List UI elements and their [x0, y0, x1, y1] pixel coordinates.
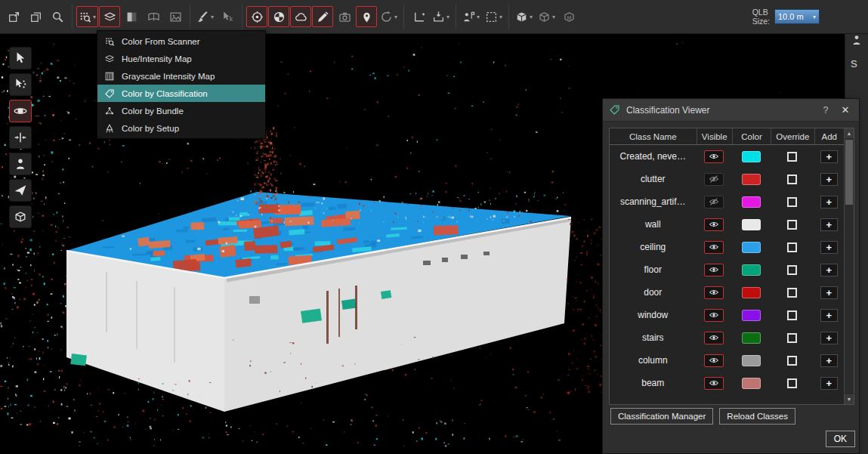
toolbar-group: ▾	[408, 6, 452, 27]
class-color-swatch[interactable]	[742, 332, 761, 344]
close-icon[interactable]: ✕	[838, 104, 853, 116]
visibility-toggle[interactable]	[704, 150, 724, 163]
export-view-button[interactable]	[3, 6, 24, 27]
override-checkbox[interactable]	[787, 220, 797, 230]
hue-intensity-map-button[interactable]	[99, 6, 120, 27]
menu-item-color-from-scanner[interactable]: Color From Scanner	[97, 32, 265, 50]
visibility-toggle[interactable]	[704, 377, 724, 390]
class-color-swatch[interactable]	[742, 151, 761, 162]
help-button[interactable]: ?	[820, 105, 832, 116]
add-class-button[interactable]: +	[820, 241, 838, 254]
class-color-swatch[interactable]	[742, 174, 761, 185]
class-color-swatch[interactable]	[742, 196, 761, 208]
solid-view-button[interactable]: ▾	[513, 6, 535, 27]
override-checkbox[interactable]	[787, 288, 797, 298]
visibility-toggle[interactable]	[704, 286, 724, 299]
grayscale-intensity-map-button[interactable]	[121, 6, 142, 27]
add-class-button[interactable]: +	[820, 309, 838, 322]
menu-item-color-by-bundle[interactable]: Color by Bundle	[97, 102, 265, 119]
add-coordinate-system-button[interactable]	[408, 6, 429, 27]
drop-box-button[interactable]: ▾	[430, 6, 452, 27]
select-button[interactable]	[9, 47, 32, 69]
class-color-swatch[interactable]	[742, 310, 761, 321]
override-checkbox[interactable]	[787, 378, 797, 388]
add-class-button[interactable]: +	[820, 218, 838, 231]
ok-button[interactable]: OK	[826, 431, 855, 447]
location-pin-button[interactable]	[356, 6, 377, 27]
orbit-button[interactable]	[9, 100, 32, 122]
class-name: wall	[610, 219, 697, 230]
override-checkbox[interactable]	[787, 356, 797, 366]
selection-area-button[interactable]: ▾	[483, 6, 505, 27]
visibility-toggle[interactable]	[704, 354, 724, 367]
pan-center-button[interactable]	[9, 126, 32, 149]
visibility-toggle[interactable]	[704, 196, 724, 208]
class-color-swatch[interactable]	[742, 242, 761, 253]
add-class-button[interactable]: +	[820, 150, 838, 163]
fly-mode-button[interactable]	[9, 179, 32, 202]
rotate-view-button[interactable]: ▾	[378, 6, 400, 27]
panel-titlebar[interactable]: Classification Viewer ? ✕	[603, 99, 859, 122]
add-class-button[interactable]: +	[820, 264, 838, 276]
visibility-toggle[interactable]	[704, 241, 724, 254]
override-checkbox[interactable]	[787, 265, 797, 275]
camera-button[interactable]	[334, 6, 355, 27]
box-view-button[interactable]	[9, 205, 32, 228]
image-view-button[interactable]	[165, 6, 186, 27]
layers-icon	[103, 11, 116, 23]
class-color-swatch[interactable]	[742, 355, 761, 366]
qlb-size-dropdown[interactable]: 10.0 m ▾	[774, 9, 820, 24]
override-checkbox[interactable]	[787, 197, 797, 207]
table-scrollbar[interactable]: ▲ ▼	[844, 128, 854, 404]
override-checkbox[interactable]	[787, 152, 797, 162]
class-color-swatch[interactable]	[742, 264, 761, 276]
scroll-down-icon[interactable]: ▼	[845, 394, 854, 404]
assistant-icon[interactable]	[851, 34, 863, 46]
classification-manager-button[interactable]: Classification Manager	[610, 408, 713, 425]
scanner-dots-icon	[79, 11, 91, 23]
color-from-scanner-button[interactable]: ▾	[76, 6, 98, 27]
class-color-swatch[interactable]	[742, 219, 761, 230]
surveyor-button[interactable]: ▾	[460, 6, 482, 27]
override-checkbox[interactable]	[787, 333, 797, 343]
scan-position-button[interactable]	[246, 6, 267, 27]
add-class-button[interactable]: +	[820, 332, 838, 344]
pick-tool-button[interactable]	[217, 6, 238, 27]
point-select-button[interactable]	[9, 73, 32, 96]
panorama-view-button[interactable]	[143, 6, 164, 27]
override-checkbox[interactable]	[787, 242, 797, 252]
override-checkbox[interactable]	[787, 174, 797, 184]
zoom-button[interactable]	[47, 6, 68, 27]
class-color-swatch[interactable]	[742, 287, 761, 298]
visibility-toggle[interactable]	[704, 264, 724, 276]
walk-mode-button[interactable]	[9, 153, 32, 175]
add-class-button[interactable]: +	[820, 196, 838, 208]
override-checkbox[interactable]	[787, 310, 797, 320]
windows-button[interactable]	[25, 6, 46, 27]
class-color-swatch[interactable]	[742, 378, 761, 389]
menu-item-grayscale-intensity-map[interactable]: Grayscale Intensity Map	[97, 67, 265, 85]
scrollbar-thumb[interactable]	[845, 140, 853, 205]
scroll-up-icon[interactable]: ▲	[845, 128, 854, 138]
visibility-toggle[interactable]	[704, 332, 724, 344]
magnifier-icon	[51, 11, 64, 23]
add-class-button[interactable]: +	[820, 377, 838, 390]
add-class-button[interactable]: +	[820, 286, 838, 299]
point-cloud-button[interactable]	[290, 6, 311, 27]
menu-item-hue-intensity-map[interactable]: Hue/Intensity Map	[97, 50, 265, 67]
class-row: scanning_artif…+	[610, 190, 844, 213]
sphere-target-button[interactable]	[268, 6, 289, 27]
menu-item-color-by-setup[interactable]: Color by Setup	[97, 119, 265, 137]
add-class-button[interactable]: +	[820, 354, 838, 367]
wireframe-view-button[interactable]: ▾	[536, 6, 558, 27]
annotation-button[interactable]	[312, 6, 333, 27]
visibility-toggle[interactable]	[704, 173, 724, 186]
add-class-button[interactable]: +	[820, 173, 838, 186]
visibility-toggle[interactable]	[704, 218, 724, 231]
reload-classes-button[interactable]: Reload Classes	[719, 408, 795, 425]
brush-tool-button[interactable]: ▾	[194, 6, 216, 27]
model-view-button[interactable]	[558, 6, 579, 27]
class-row: door+	[610, 281, 844, 304]
visibility-toggle[interactable]	[704, 309, 724, 322]
menu-item-color-by-classification[interactable]: Color by Classification	[97, 85, 265, 102]
